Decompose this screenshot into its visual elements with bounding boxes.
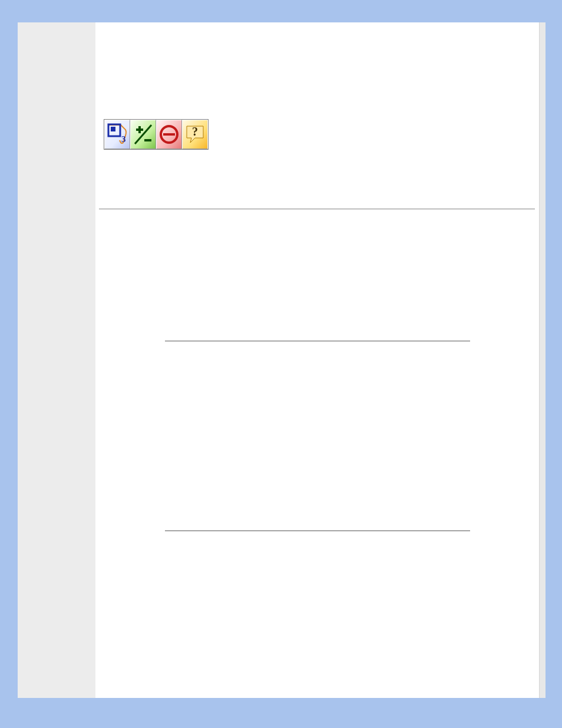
help-badge: ?	[192, 125, 198, 138]
plus-minus-icon	[133, 123, 154, 146]
layout-icon: 3	[107, 123, 128, 146]
no-entry-icon	[158, 123, 180, 146]
divider-1	[99, 209, 535, 209]
toolbar: 3	[104, 119, 209, 150]
no-entry-button[interactable]	[156, 120, 182, 149]
app-frame: 3	[18, 22, 546, 698]
divider-2	[165, 341, 470, 341]
layout-badge: 3	[121, 134, 126, 144]
content-area: 3	[95, 22, 546, 698]
scrollbar[interactable]	[539, 22, 546, 698]
page-root: 3	[0, 0, 562, 728]
svg-rect-1	[111, 127, 115, 131]
layout-button[interactable]: 3	[104, 120, 130, 149]
plus-minus-button[interactable]	[130, 120, 156, 149]
sidebar	[18, 22, 95, 698]
divider-3	[165, 531, 470, 531]
help-button[interactable]: ?	[182, 120, 208, 149]
help-icon: ?	[184, 123, 206, 146]
